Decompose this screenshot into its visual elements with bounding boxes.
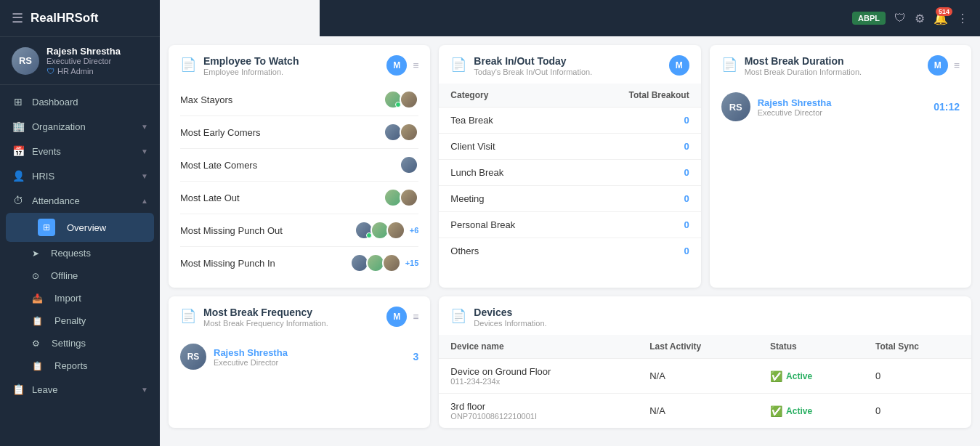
total-cell: 0 [573,186,701,212]
most-break-frequency-card: 📄 Most Break Frequency Most Break Freque… [169,296,430,428]
avatar-group: +15 [350,254,419,272]
table-row: Others 0 [439,238,700,264]
offline-icon: ⊙ [32,271,39,281]
card-subtitle: Devices Information. [474,319,546,328]
m-badge: M [386,307,407,327]
avatar: RS [180,344,206,370]
sidebar-item-label: Settings [52,338,86,349]
sidebar-item-settings[interactable]: ⚙ Settings [0,332,160,354]
sidebar-item-label: Attendance [32,195,134,206]
freq-info: Rajesh Shrestha Executive Director [214,347,406,367]
sidebar-item-leave[interactable]: 📋 Leave ▼ [0,377,160,402]
sidebar-item-requests[interactable]: ➤ Requests [0,242,160,264]
avatar-group [384,90,418,109]
card-header: 📄 Most Break Duration Most Break Duratio… [710,45,971,84]
organization-icon: 🏢 [12,121,25,132]
freq-count: 3 [413,351,419,362]
total-cell: 0 [573,238,701,264]
card-header: 📄 Break In/Out Today Today's Break In/Ou… [439,45,700,84]
settings-icon[interactable]: ⚙ [915,12,925,25]
most-break-duration-card: 📄 Most Break Duration Most Break Duratio… [710,45,971,288]
avatar [400,90,418,109]
col-total-sync: Total Sync [864,335,971,359]
filter-icon[interactable]: ≡ [413,60,418,71]
device-sub: 011-234-234x [450,377,626,386]
freq-row: RS Rajesh Shrestha Executive Director 3 [169,335,430,378]
person-title: Executive Director [758,108,927,117]
user-title: Executive Director [46,57,148,65]
table-row: Meeting 0 [439,186,700,212]
card-title: Break In/Out Today [474,55,592,67]
employee-list: Max Stayors Most Early Comers [169,84,430,288]
avatar [400,155,418,174]
events-icon: 📅 [12,145,25,157]
user-badge: 🛡 HR Admin [46,67,148,76]
total-cell: 0 [573,160,701,186]
card-title: Employee To Watch [203,55,299,67]
duration-row: RS Rajesh Shrestha Executive Director 01… [710,84,971,130]
leave-icon: 📋 [12,384,25,395]
col-device-name: Device name [439,335,638,359]
settings-icon: ⚙ [32,338,40,349]
card-subtitle: Most Break Duration Information. [745,68,862,76]
sidebar-item-offline[interactable]: ⊙ Offline [0,264,160,287]
row-label: Most Missing Punch In [180,258,275,269]
filter-icon[interactable]: ≡ [954,60,960,71]
chevron-down-icon: ▼ [141,386,148,394]
sidebar-item-label: Leave [32,384,134,395]
total-cell: 0 [573,134,701,160]
sidebar-item-dashboard[interactable]: ⊞ Dashboard [0,89,160,114]
avatar-group [384,123,418,142]
total-cell: 0 [573,108,701,134]
topbar: ABPL 🛡 ⚙ 🔔 514 ⋮ [320,0,980,36]
filter-icon[interactable]: ≡ [413,311,418,323]
shield-icon[interactable]: 🛡 [894,12,906,25]
chevron-down-icon: ▼ [141,123,148,131]
reports-icon: 📋 [32,361,43,371]
sidebar-item-import[interactable]: 📥 Import [0,287,160,309]
doc-icon: 📄 [721,57,737,73]
sidebar-item-reports[interactable]: 📋 Reports [0,354,160,377]
table-row: Most Late Comers [180,149,418,182]
attendance-icon: ⏱ [12,195,25,206]
notification-bell[interactable]: 🔔 514 [934,12,948,25]
category-cell: Personal Break [439,212,573,238]
table-row: Client Visit 0 [439,134,700,160]
table-row: Tea Break 0 [439,108,700,134]
user-name: Rajesh Shrestha [46,46,148,57]
plus-count: +6 [410,226,419,235]
category-cell: Tea Break [439,108,573,134]
sidebar: ☰ RealHRSoft RS Rajesh Shrestha Executiv… [0,0,160,446]
device-sub: ONP701008612210001I [450,412,626,421]
hamburger-icon[interactable]: ☰ [12,10,23,26]
sidebar-item-hris[interactable]: 👤 HRIS ▼ [0,163,160,188]
table-row: Personal Break 0 [439,212,700,238]
dashboard-icon: ⊞ [12,96,25,108]
m-badge: M [928,55,948,76]
avatar: RS [721,92,750,121]
sidebar-item-label: Overview [67,222,106,233]
sidebar-user: RS Rajesh Shrestha Executive Director 🛡 … [0,37,160,85]
card-subtitle: Employee Information. [203,68,299,76]
doc-icon: 📄 [180,308,196,324]
sidebar-item-overview[interactable]: ⊞ Overview [6,213,154,242]
card-title: Most Break Duration [745,55,862,67]
table-row: Most Early Comers [180,116,418,149]
col-total: Total Breakout [573,84,701,108]
card-title: Devices [474,307,546,318]
more-options-icon[interactable]: ⋮ [957,12,968,25]
shield-icon: 🛡 [46,67,54,76]
sidebar-header: ☰ RealHRSoft [0,0,160,37]
sidebar-item-events[interactable]: 📅 Events ▼ [0,139,160,163]
status-cell: ✅ Active [758,394,864,429]
sidebar-item-penalty[interactable]: 📋 Penalty [0,309,160,332]
m-badge: M [669,55,689,76]
chevron-down-icon: ▼ [141,147,148,155]
avatar-group: +6 [355,221,419,240]
sidebar-item-organization[interactable]: 🏢 Organization ▼ [0,114,160,139]
sidebar-item-attendance[interactable]: ⏱ Attendance ▲ [0,188,160,213]
row-label: Most Missing Punch Out [180,225,283,236]
category-cell: Client Visit [439,134,573,160]
sidebar-item-label: Reports [54,360,88,371]
requests-icon: ➤ [32,248,39,259]
